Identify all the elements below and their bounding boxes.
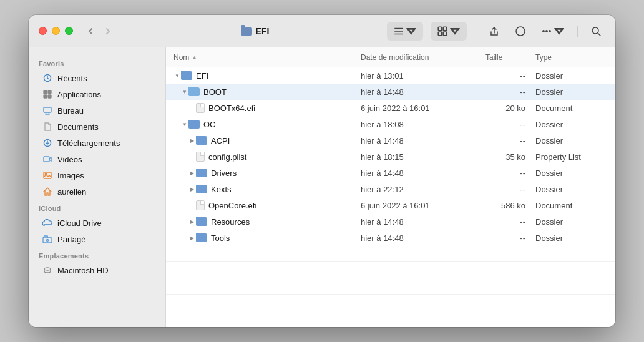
sidebar-item-label: Documents [57,122,99,132]
grid-view-button[interactable] [433,23,464,39]
file-name-cell: BOOTx64.efi [173,103,361,113]
more-button[interactable] [537,23,568,39]
video-icon [42,154,52,164]
sidebar-item-images[interactable]: Images [32,167,162,183]
expand-triangle[interactable] [181,120,188,128]
file-row[interactable]: OpenCore.efi 6 juin 2022 à 16:01 586 ko … [166,197,615,213]
svg-rect-4 [443,27,447,31]
sidebar-item-label: aurelien [57,187,86,197]
sidebar: Favoris Récents [29,47,166,327]
expand-triangle[interactable] [181,88,188,95]
file-row[interactable]: BOOT hier à 14:48 -- Dossier [166,84,615,100]
tag-button[interactable] [511,23,530,39]
minimize-button[interactable] [52,27,60,35]
sidebar-item-bureau[interactable]: Bureau [32,102,162,119]
svg-point-8 [543,30,544,31]
sidebar-item-label: Images [57,171,84,180]
col-date-header[interactable]: Date de modification [361,53,485,62]
favorites-label: Favoris [29,55,165,70]
file-icon [196,200,205,210]
disk-icon [42,265,52,275]
folder-icon [196,169,207,177]
close-button[interactable] [39,27,47,35]
svg-point-10 [549,30,550,31]
svg-point-9 [546,30,547,31]
sidebar-item-recents[interactable]: Récents [32,70,162,86]
col-type-header[interactable]: Type [535,53,608,62]
back-button[interactable] [83,24,98,39]
expand-triangle[interactable] [173,72,181,79]
toolbar-separator-2 [577,26,578,37]
sidebar-item-icloud-drive[interactable]: iCloud Drive [32,215,162,231]
file-row[interactable]: Resources hier à 14:48 -- Dossier [166,213,615,230]
apps-icon [42,89,52,99]
svg-rect-3 [438,27,442,31]
list-view-button[interactable] [389,23,421,39]
sidebar-item-label: Bureau [57,106,84,115]
svg-rect-18 [44,107,51,112]
file-name-cell: Resources [173,217,361,227]
file-icon [196,152,205,162]
file-list: EFI hier à 13:01 -- Dossier BOOT hier à … [166,67,615,327]
sidebar-item-partage[interactable]: Partagé [32,231,162,247]
svg-rect-17 [48,95,51,98]
file-row[interactable]: ACPI hier à 14:48 -- Dossier [166,132,615,149]
file-row[interactable]: Drivers hier à 14:48 -- Dossier [166,165,615,181]
main-content: Favoris Récents [29,47,615,327]
photo-icon [42,170,52,180]
file-row[interactable]: BOOTx64.efi 6 juin 2022 à 16:01 20 ko Do… [166,100,615,116]
expand-triangle[interactable] [188,218,196,225]
file-row[interactable]: OC hier à 18:08 -- Dossier [166,116,615,132]
file-row[interactable]: Kexts hier à 22:12 -- Dossier [166,181,615,197]
icloud-label: iCloud [29,200,165,215]
file-area: Nom ▲ Date de modification Taille Type [166,47,615,327]
col-size-header[interactable]: Taille [485,53,535,62]
file-name-cell: BOOT [173,87,361,97]
sidebar-item-documents[interactable]: Documents [32,119,162,135]
sort-arrow: ▲ [192,54,197,61]
file-name-cell: config.plist [173,152,361,162]
sidebar-item-videos[interactable]: Vidéos [32,151,162,167]
file-row[interactable]: Tools hier à 14:48 -- Dossier [166,230,615,246]
folder-icon [196,185,207,193]
expand-triangle[interactable] [188,234,196,242]
folder-icon [188,120,200,129]
home-icon [42,187,52,197]
sidebar-item-telechargements[interactable]: Téléchargements [32,135,162,151]
titlebar-tools [387,22,605,41]
file-icon [196,103,205,113]
file-row[interactable]: EFI hier à 13:01 -- Dossier [166,67,615,84]
expand-triangle[interactable] [188,185,196,193]
search-button[interactable] [587,23,605,39]
document-icon [42,122,52,132]
empty-row [166,246,615,262]
svg-line-12 [598,33,600,36]
file-row[interactable]: config.plist hier à 18:15 35 ko Property… [166,149,615,165]
sidebar-item-label: Partagé [57,235,86,244]
download-icon [42,138,52,148]
folder-icon [181,71,192,80]
expand-triangle[interactable] [188,169,196,177]
file-name-cell: EFI [173,71,361,81]
col-name-header[interactable]: Nom ▲ [173,53,361,62]
sidebar-item-label: Téléchargements [57,139,120,148]
sidebar-item-aurelien[interactable]: aurelien [32,183,162,200]
sidebar-item-applications[interactable]: Applications [32,86,162,102]
expand-triangle[interactable] [188,137,196,144]
maximize-button[interactable] [65,27,73,35]
svg-rect-14 [44,90,47,94]
svg-rect-26 [43,238,52,243]
column-headers: Nom ▲ Date de modification Taille Type [166,47,615,67]
svg-rect-23 [44,157,49,162]
forward-button[interactable] [100,24,115,39]
sidebar-item-label: Macintosh HD [57,266,109,275]
empty-row [166,278,615,295]
folder-icon [196,136,207,145]
sidebar-item-macintosh-hd[interactable]: Macintosh HD [32,262,162,278]
file-name-cell: Drivers [173,169,361,178]
cloud-icon [42,218,52,228]
titlebar-center: EFI [123,26,387,36]
file-name-cell: OpenCore.efi [173,200,361,210]
share-button[interactable] [485,23,504,39]
sidebar-item-label: Applications [57,90,101,99]
